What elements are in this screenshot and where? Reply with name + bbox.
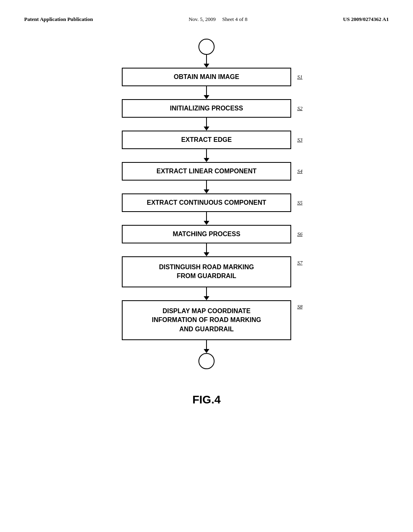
start-terminal bbox=[198, 39, 215, 55]
header-right-text: US 2009/0274362 A1 bbox=[343, 16, 389, 23]
step-s1-label: S1 bbox=[297, 74, 302, 80]
arrow-8 bbox=[204, 340, 209, 353]
step-s6-box: MATCHING PROCESS S6 bbox=[122, 225, 291, 243]
page-header: Patent Application Publication Nov. 5, 2… bbox=[24, 16, 389, 23]
step-s3-label: S3 bbox=[297, 137, 302, 143]
step-s6-label: S6 bbox=[297, 231, 302, 237]
arrow-2 bbox=[204, 118, 209, 131]
page: Patent Application Publication Nov. 5, 2… bbox=[0, 0, 413, 532]
step-s5-text: EXTRACT CONTINUOUS COMPONENT bbox=[147, 199, 266, 206]
step-s5-label: S5 bbox=[297, 200, 302, 206]
flowchart: OBTAIN MAIN IMAGE S1 INITIALIZING PROCES… bbox=[122, 39, 291, 369]
step-s1-text: OBTAIN MAIN IMAGE bbox=[174, 73, 239, 81]
fig-label: FIG.4 bbox=[192, 393, 221, 406]
step-s2-box: INITIALIZING PROCESS S2 bbox=[122, 99, 291, 118]
arrow-7 bbox=[204, 287, 209, 300]
step-s4-label: S4 bbox=[297, 168, 302, 175]
arrow-5 bbox=[204, 212, 209, 225]
header-date: Nov. 5, 2009 bbox=[189, 16, 216, 22]
step-s3-text: EXTRACT EDGE bbox=[181, 136, 232, 143]
step-s7-box: DISTINGUISH ROAD MARKING FROM GUARDRAIL … bbox=[122, 256, 291, 287]
step-s2-text: INITIALIZING PROCESS bbox=[170, 105, 243, 112]
step-s5-box: EXTRACT CONTINUOUS COMPONENT S5 bbox=[122, 193, 291, 212]
step-s7-text: DISTINGUISH ROAD MARKING FROM GUARDRAIL bbox=[159, 263, 254, 281]
step-s4-text: EXTRACT LINEAR COMPONENT bbox=[156, 168, 257, 175]
arrow-1 bbox=[204, 86, 209, 99]
step-s8-box: DISPLAY MAP COORDINATE INFORMATION OF RO… bbox=[122, 300, 291, 340]
arrow-0 bbox=[204, 55, 209, 68]
header-sheet: Sheet 4 of 8 bbox=[222, 16, 247, 22]
step-s7-label: S7 bbox=[297, 260, 302, 266]
arrow-3 bbox=[204, 149, 209, 162]
step-s4-box: EXTRACT LINEAR COMPONENT S4 bbox=[122, 162, 291, 181]
arrow-4 bbox=[204, 181, 209, 193]
step-s8-text: DISPLAY MAP COORDINATE INFORMATION OF RO… bbox=[152, 307, 261, 334]
step-s8-label: S8 bbox=[297, 303, 302, 310]
step-s1-box: OBTAIN MAIN IMAGE S1 bbox=[122, 68, 291, 86]
step-s6-text: MATCHING PROCESS bbox=[173, 231, 240, 238]
end-terminal bbox=[198, 353, 215, 369]
step-s2-label: S2 bbox=[297, 105, 302, 112]
header-left-text: Patent Application Publication bbox=[24, 16, 93, 23]
diagram-container: OBTAIN MAIN IMAGE S1 INITIALIZING PROCES… bbox=[24, 39, 389, 406]
arrow-6 bbox=[204, 243, 209, 256]
header-center-text: Nov. 5, 2009 Sheet 4 of 8 bbox=[189, 16, 248, 23]
step-s3-box: EXTRACT EDGE S3 bbox=[122, 131, 291, 149]
